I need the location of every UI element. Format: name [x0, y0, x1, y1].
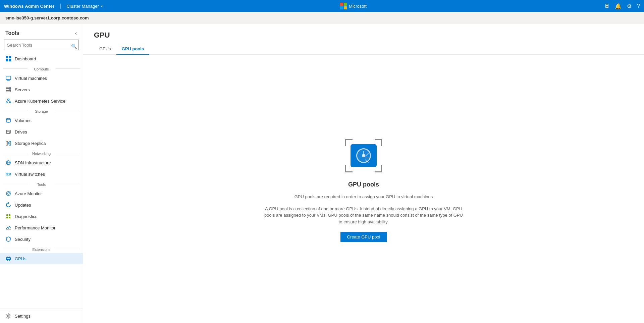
connection-string: sme-lse350-g.server1.corp.contoso.com	[5, 15, 89, 20]
terminal-icon[interactable]: 🖥	[604, 3, 609, 9]
svg-point-39	[7, 258, 8, 259]
svg-point-28	[7, 174, 8, 175]
tab-gpu-pools[interactable]: GPU pools	[116, 44, 149, 55]
sidebar-item-virtual-switches[interactable]: Virtual switches	[0, 168, 83, 180]
sidebar-item-azure-monitor[interactable]: Azure Monitor	[0, 188, 83, 199]
storage-replica-label: Storage Replica	[15, 141, 46, 146]
svg-point-11	[9, 89, 10, 90]
settings-label: Settings	[15, 314, 31, 319]
microsoft-logo	[340, 3, 347, 9]
svg-point-46	[8, 315, 9, 317]
sidebar-item-storage-replica[interactable]: Storage Replica	[0, 138, 83, 149]
fan-blade-2	[365, 153, 369, 156]
svg-rect-18	[6, 130, 10, 133]
sidebar-item-virtual-machines[interactable]: Virtual machines	[0, 72, 83, 84]
azure-monitor-label: Azure Monitor	[15, 191, 42, 196]
sidebar-item-sdn[interactable]: SDN Infrastructure	[0, 157, 83, 168]
fan-blade-1	[363, 151, 364, 156]
sidebar-item-diagnostics[interactable]: Diagnostics	[0, 211, 83, 222]
svg-point-29	[9, 174, 10, 175]
svg-rect-21	[6, 141, 8, 145]
tab-gpus[interactable]: GPUs	[94, 44, 116, 55]
topbar: Windows Admin Center | Cluster Manager ▾…	[0, 0, 644, 12]
aks-icon	[5, 98, 11, 104]
section-tools: Tools	[0, 180, 83, 188]
settings-icon[interactable]: ⚙	[627, 3, 632, 9]
sidebar-item-security[interactable]: Security	[0, 233, 83, 245]
sidebar-item-servers[interactable]: Servers	[0, 84, 83, 95]
svg-point-13	[6, 102, 7, 103]
svg-point-19	[9, 132, 10, 133]
sdn-icon	[5, 160, 11, 166]
help-icon[interactable]: ?	[637, 3, 640, 9]
svg-point-10	[9, 88, 10, 88]
svg-rect-42	[7, 257, 8, 257]
sidebar-item-gpus[interactable]: GPUs	[0, 253, 83, 264]
sidebar-nav: Dashboard Compute Virtual machines Serve…	[0, 53, 83, 309]
sidebar-item-performance-monitor[interactable]: Performance Monitor	[0, 222, 83, 233]
drives-label: Drives	[15, 129, 27, 134]
svg-line-15	[7, 101, 8, 102]
svg-point-12	[8, 99, 9, 101]
gpu-card	[351, 144, 377, 167]
svg-point-40	[8, 258, 9, 259]
dashboard-label: Dashboard	[15, 56, 36, 61]
sidebar-item-updates[interactable]: Updates	[0, 199, 83, 211]
microsoft-label: Microsoft	[349, 4, 367, 9]
performance-monitor-label: Performance Monitor	[15, 225, 55, 230]
topbar-right: 🖥 🔔 ⚙ ?	[604, 3, 640, 9]
svg-rect-34	[9, 214, 10, 216]
security-label: Security	[15, 237, 31, 242]
svg-rect-2	[6, 59, 8, 61]
sidebar-item-drives[interactable]: Drives	[0, 126, 83, 138]
svg-point-31	[7, 193, 9, 195]
vm-label: Virtual machines	[15, 76, 47, 81]
sidebar-footer: Settings	[0, 309, 83, 323]
updates-icon	[5, 202, 11, 208]
azure-monitor-icon	[5, 191, 11, 197]
sidebar-item-dashboard[interactable]: Dashboard	[0, 53, 83, 64]
svg-rect-35	[6, 217, 8, 218]
sidebar-title: Tools	[5, 30, 19, 36]
app-title: Windows Admin Center	[4, 4, 55, 9]
chevron-down-icon: ▾	[101, 4, 103, 8]
fan-circle	[356, 148, 371, 163]
section-compute: Compute	[0, 64, 83, 72]
svg-line-16	[8, 101, 10, 102]
section-storage: Storage	[0, 107, 83, 115]
cluster-manager-button[interactable]: Cluster Manager ▾	[67, 4, 103, 9]
search-container: 🔍	[0, 40, 83, 53]
fan-blade-4	[365, 159, 369, 163]
svg-rect-45	[9, 260, 10, 261]
sidebar-item-volumes[interactable]: Volumes	[0, 115, 83, 126]
updates-label: Updates	[15, 203, 31, 208]
performance-monitor-icon	[5, 225, 11, 231]
svg-rect-6	[7, 80, 10, 81]
volumes-icon	[5, 117, 11, 123]
svg-rect-4	[6, 76, 11, 79]
page-header: GPU GPUs GPU pools	[83, 24, 644, 55]
svg-rect-27	[6, 173, 11, 175]
notification-icon[interactable]: 🔔	[615, 3, 622, 9]
svg-rect-0	[6, 56, 8, 58]
create-gpu-pool-button[interactable]: Create GPU pool	[340, 232, 387, 242]
sidebar-collapse-button[interactable]: ‹	[73, 30, 79, 37]
sidebar-item-settings[interactable]: Settings	[0, 310, 83, 322]
diagnostics-label: Diagnostics	[15, 214, 37, 219]
svg-rect-3	[9, 59, 11, 61]
svg-point-17	[6, 118, 10, 120]
drives-icon	[5, 129, 11, 135]
search-button[interactable]: 🔍	[71, 44, 77, 49]
svg-rect-36	[9, 217, 10, 218]
page-title: GPU	[94, 31, 633, 40]
topbar-separator: |	[60, 3, 61, 9]
vm-icon	[5, 75, 11, 81]
svg-rect-43	[9, 257, 10, 257]
sidebar-item-aks[interactable]: Azure Kubernetes Service	[0, 95, 83, 107]
search-input[interactable]	[4, 40, 79, 50]
bracket-outer	[345, 139, 382, 172]
tabs: GPUs GPU pools	[94, 44, 633, 54]
content-area: GPU pools GPU pools are required in orde…	[83, 55, 644, 323]
main-content: GPU GPUs GPU pools	[83, 24, 644, 323]
aks-label: Azure Kubernetes Service	[15, 99, 65, 104]
